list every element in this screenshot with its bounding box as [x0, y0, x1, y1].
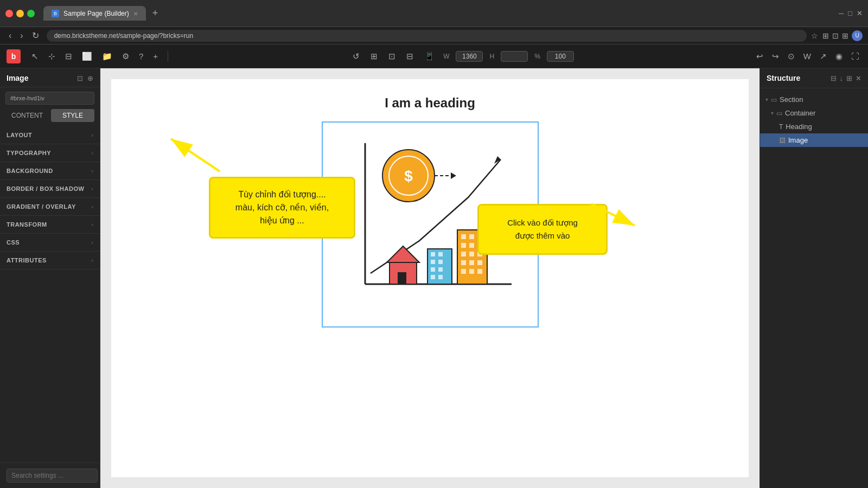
typography-chevron-icon: ›	[91, 150, 93, 156]
layout-chevron-icon: ›	[91, 132, 93, 138]
tab-title: Sample Page (Builder)	[63, 10, 129, 17]
url-input[interactable]	[47, 30, 807, 42]
tab-style[interactable]: STYLE	[51, 109, 94, 122]
svg-rect-25	[461, 243, 466, 248]
search-settings-input[interactable]	[7, 468, 98, 483]
section-background[interactable]: BACKGROUND ›	[0, 162, 100, 180]
panel-layout-icon[interactable]: ⊟	[831, 74, 837, 82]
tab-close-button[interactable]: ✕	[133, 11, 138, 17]
cursor-icon[interactable]: ↖	[29, 49, 41, 63]
tree-section-label: Section	[780, 95, 803, 104]
callout-right: Click vào đối tượngđược thêm vào	[477, 204, 608, 255]
panel-expand-icon[interactable]: ⊞	[846, 74, 852, 82]
active-tab[interactable]: B Sample Page (Builder) ✕	[43, 6, 146, 21]
new-tab-button[interactable]: +	[148, 8, 163, 19]
section-layout[interactable]: LAYOUT ›	[0, 126, 100, 144]
ext-icon-2[interactable]: ⊡	[832, 31, 839, 40]
image-block-icon: 🖼	[779, 137, 786, 144]
width-input[interactable]	[456, 51, 483, 62]
panel-copy-icon[interactable]: ⊡	[77, 74, 83, 82]
save-icon[interactable]: 📁	[100, 49, 114, 63]
tree-image-label: Image	[788, 136, 808, 144]
undo-icon[interactable]: ↩	[754, 49, 765, 63]
section-css-label: CSS	[7, 239, 20, 246]
svg-rect-23	[469, 234, 474, 239]
section-attributes[interactable]: ATTRIBUTES ›	[0, 252, 100, 269]
window-close-button[interactable]	[5, 10, 13, 17]
bricks-logo: b	[7, 49, 21, 63]
add-icon[interactable]: +	[151, 49, 160, 63]
tree-item-section[interactable]: ▾ ▭ Section	[760, 93, 868, 106]
svg-rect-16	[438, 260, 443, 264]
right-panel-icons: ⊟ ↓ ⊞ ✕	[831, 74, 862, 82]
tab-bar: B Sample Page (Builder) ✕ +	[39, 6, 834, 21]
section-border[interactable]: BORDER / BOX SHADOW ›	[0, 180, 100, 198]
panel-header-icons: ⊡ ⊕	[77, 74, 93, 82]
panel-title: Image	[7, 74, 28, 82]
callout-left-text: Tùy chỉnh đối tượng....màu, kích cỡ, nền…	[235, 190, 329, 225]
tree-container-label: Container	[785, 109, 815, 117]
right-panel: Structure ⊟ ↓ ⊞ ✕ ▾ ▭ Section ▾ ▭ Contai…	[760, 68, 868, 488]
forward-button[interactable]: ›	[17, 30, 26, 42]
reset-icon[interactable]: ↺	[350, 49, 362, 63]
section-transform[interactable]: TRANSFORM ›	[0, 216, 100, 234]
section-css[interactable]: CSS ›	[0, 234, 100, 252]
template-icon[interactable]: ⬜	[80, 49, 94, 63]
user-avatar[interactable]: U	[852, 30, 863, 41]
wordpress-icon[interactable]: W	[801, 49, 813, 63]
back-button[interactable]: ‹	[5, 30, 15, 42]
background-chevron-icon: ›	[91, 168, 93, 174]
section-gradient-label: GRADIENT / OVERLAY	[7, 203, 76, 210]
toolbar-center: ↺ ⊞ ⊡ ⊟ 📱 W H %	[176, 49, 749, 63]
canvas-white: I am a heading	[111, 79, 749, 477]
bookmark-icon[interactable]: ☆	[811, 31, 818, 40]
fullscreen-icon[interactable]: ⛶	[849, 49, 861, 63]
svg-rect-31	[461, 260, 466, 265]
structure-icon[interactable]: ⊟	[63, 49, 74, 63]
browser-chrome: B Sample Page (Builder) ✕ + ─ □ ✕	[0, 0, 868, 27]
tree-heading-label: Heading	[786, 123, 812, 131]
layout-tablet-icon[interactable]: ⊡	[386, 49, 398, 63]
layout-phone-icon[interactable]: 📱	[422, 49, 437, 63]
redo-icon[interactable]: ↪	[770, 49, 781, 63]
preview-icon[interactable]: ◉	[833, 49, 845, 63]
left-panel: Image ⊡ ⊕ #brxe-hvd1iv CONTENT STYLE LAY…	[0, 68, 100, 488]
section-background-label: BACKGROUND	[7, 168, 53, 174]
panel-close-icon[interactable]: ✕	[856, 74, 861, 82]
height-input[interactable]	[501, 51, 528, 62]
tree-item-image[interactable]: 🖼 Image	[760, 133, 868, 147]
border-chevron-icon: ›	[91, 185, 93, 192]
pointer-icon[interactable]: ⊹	[46, 49, 58, 63]
panel-download-icon[interactable]: ↓	[840, 74, 844, 82]
external-link-icon[interactable]: ↗	[818, 49, 829, 63]
layout-desktop-icon[interactable]: ⊞	[368, 49, 380, 63]
tree-item-container[interactable]: ▾ ▭ Container	[760, 106, 868, 120]
help-icon[interactable]: ?	[137, 49, 145, 63]
section-typography[interactable]: TYPOGRAPHY ›	[0, 144, 100, 162]
reload-button[interactable]: ↻	[29, 29, 42, 42]
percent-input[interactable]	[547, 51, 574, 62]
section-block-icon: ▭	[771, 96, 777, 104]
window-minimize-button[interactable]	[16, 10, 24, 17]
callout-left: Tùy chỉnh đối tượng....màu, kích cỡ, nền…	[209, 177, 355, 239]
layout-mobile-icon[interactable]: ⊟	[404, 49, 416, 63]
ext-icon-1[interactable]: ⊞	[822, 31, 829, 40]
history-icon[interactable]: ⊙	[786, 49, 797, 63]
window-maximize-button[interactable]	[27, 10, 35, 17]
svg-rect-29	[469, 252, 474, 256]
section-gradient[interactable]: GRADIENT / OVERLAY ›	[0, 198, 100, 216]
settings-icon[interactable]: ⚙	[120, 49, 131, 63]
svg-rect-13	[431, 252, 435, 256]
panel-pin-icon[interactable]: ⊕	[87, 74, 93, 82]
ext-icon-3[interactable]: ⊞	[842, 31, 848, 40]
svg-rect-20	[438, 275, 443, 279]
section-attributes-label: ATTRIBUTES	[7, 257, 47, 264]
svg-rect-18	[438, 267, 443, 272]
tab-content[interactable]: CONTENT	[5, 109, 49, 122]
main-layout: Image ⊡ ⊕ #brxe-hvd1iv CONTENT STYLE LAY…	[0, 68, 868, 488]
tree-item-heading[interactable]: T Heading	[760, 120, 868, 133]
panel-header: Image ⊡ ⊕	[0, 68, 100, 87]
transform-chevron-icon: ›	[91, 221, 93, 228]
container-block-icon: ▭	[776, 110, 782, 117]
gradient-chevron-icon: ›	[91, 203, 93, 210]
